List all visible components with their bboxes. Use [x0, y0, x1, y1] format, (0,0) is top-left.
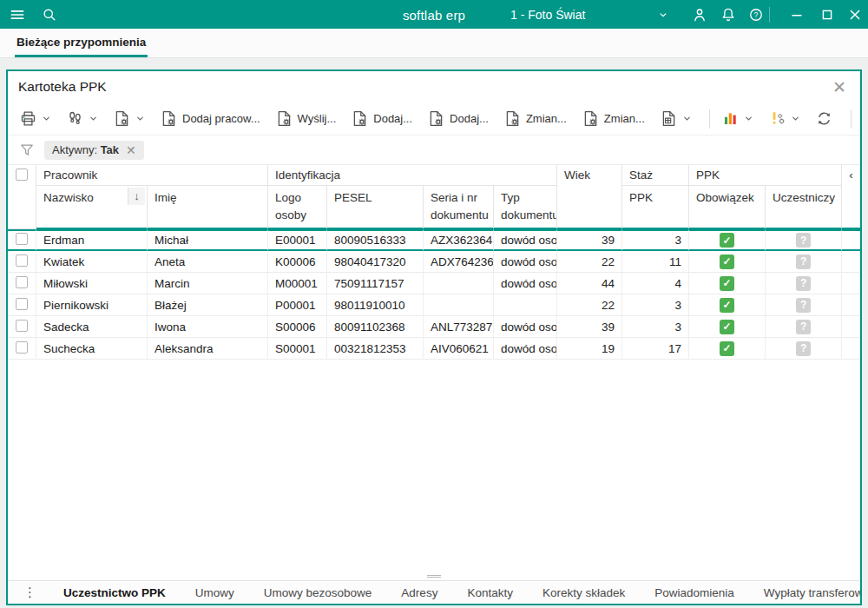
cell-pesel: 98011910010 — [327, 294, 424, 316]
uczestniczy-unknown-icon: ? — [796, 298, 811, 313]
chart-button[interactable] — [717, 106, 758, 131]
table-row[interactable]: Piernikowski Błażej P00001 98011910010 2… — [8, 294, 860, 316]
toolbar-separator — [709, 109, 710, 129]
cell-typ: dowód osobisty — [494, 316, 557, 338]
company-selector[interactable]: 1 - Foto Świat — [510, 8, 585, 22]
column-header-nazwisko[interactable]: Nazwisko↓ — [36, 186, 148, 229]
splitter-handle[interactable] — [8, 572, 860, 580]
column-header-staz-ppk[interactable]: PPK — [622, 186, 689, 229]
alerts-button[interactable] — [764, 106, 805, 131]
row-checkbox[interactable] — [16, 254, 28, 267]
uczestniczy-unknown-icon: ? — [796, 233, 811, 248]
obowiazek-check-icon: ✓ — [720, 298, 734, 313]
tab-wyplaty-transferowe-ppk[interactable]: Wypłaty transferowe PPK — [749, 586, 860, 599]
tab-korekty-skladek[interactable]: Korekty składek — [528, 586, 640, 599]
cell-pesel: 98040417320 — [327, 251, 424, 273]
bottom-tabbar: ⋮ Uczestnictwo PPK Umowy Umowy bezosobow… — [8, 580, 860, 604]
add-button-2[interactable]: Dodaj... — [423, 106, 493, 131]
cell-pesel: 80090516333 — [327, 229, 424, 251]
cell-typ: dowód osobisty — [494, 338, 557, 360]
refresh-button[interactable] — [811, 106, 838, 131]
titlebar: softlab erp 1 - Foto Świat ? — [0, 0, 868, 29]
tab-umowy[interactable]: Umowy — [181, 586, 249, 599]
cell-wiek: 39 — [557, 316, 622, 338]
filter-row: Aktywny: Tak ✕ — [8, 135, 860, 165]
change-button-1[interactable]: Zmian... — [499, 106, 571, 131]
row-checkbox[interactable] — [16, 341, 28, 354]
table-row[interactable]: Miłowski Marcin M00001 75091117157 dowód… — [8, 273, 860, 294]
add-button-1[interactable]: Dodaj... — [346, 106, 417, 131]
send-button[interactable]: Wyślij... — [271, 106, 341, 131]
column-header-seria[interactable]: Seria i nr dokumentu — [424, 186, 494, 229]
obowiazek-check-icon: ✓ — [720, 233, 734, 248]
tab-uczestnictwo-ppk[interactable]: Uczestnictwo PPK — [49, 586, 181, 599]
minimize-button[interactable] — [788, 6, 806, 23]
column-header-wiek[interactable]: Wiek — [557, 165, 622, 229]
column-header-uczestniczy[interactable]: Uczestniczy — [766, 186, 842, 229]
column-header-logo-osoby[interactable]: Logo osoby — [268, 186, 327, 229]
menu-icon[interactable] — [9, 6, 26, 23]
table-row[interactable]: Erdman Michał E00001 80090516333 AZX3623… — [8, 229, 860, 251]
tab-kontakty[interactable]: Kontakty — [452, 586, 528, 599]
table-row[interactable]: Kwiatek Aneta K00006 98040417320 ADX7642… — [8, 251, 860, 273]
tab-umowy-bezosobowe[interactable]: Umowy bezosobowe — [249, 586, 387, 599]
cell-staz: 17 — [622, 338, 689, 360]
filter-chip-aktywny[interactable]: Aktywny: Tak ✕ — [44, 141, 144, 160]
cell-nazwisko: Kwiatek — [36, 251, 148, 273]
table-row[interactable]: Suchecka Aleksandra S00001 00321812353 A… — [8, 338, 860, 360]
close-button[interactable] — [846, 6, 864, 23]
add-employee-button[interactable]: Dodaj pracow... — [155, 106, 265, 131]
cell-logo: K00006 — [268, 251, 327, 273]
cell-wiek: 22 — [557, 294, 622, 316]
notifications-icon[interactable] — [720, 6, 737, 23]
tab-adresy[interactable]: Adresy — [386, 586, 452, 599]
chevron-down-icon[interactable] — [657, 9, 669, 21]
operations-menu-button[interactable] — [108, 106, 149, 131]
change-2-label: Zmian... — [604, 112, 645, 125]
uczestniczy-unknown-icon: ? — [796, 341, 811, 356]
group-identyfikacja: Identyfikacja — [268, 165, 557, 186]
cell-wiek: 44 — [557, 273, 622, 294]
sort-desc-icon[interactable]: ↓ — [128, 188, 145, 205]
cell-seria: ANL773287 — [424, 316, 494, 338]
cell-seria: AZX362364 — [424, 229, 494, 251]
search-filter-button[interactable] — [858, 106, 862, 131]
cell-staz: 3 — [622, 229, 689, 251]
obowiazek-check-icon: ✓ — [720, 254, 734, 269]
filter-icon[interactable] — [18, 142, 36, 159]
search-icon[interactable] — [41, 6, 58, 23]
column-header-obowiazek[interactable]: Obowiązek — [689, 186, 766, 229]
row-checkbox[interactable] — [16, 233, 28, 245]
kebab-menu-icon[interactable]: ⋮ — [8, 585, 49, 600]
chip-value: Tak — [101, 143, 119, 156]
select-all-checkbox[interactable] — [16, 169, 28, 181]
maximize-button[interactable] — [819, 6, 836, 23]
change-button-2[interactable]: Zmian... — [577, 106, 649, 131]
chip-remove-icon[interactable]: ✕ — [126, 143, 136, 157]
history-trace-button[interactable] — [62, 106, 102, 131]
print-button[interactable] — [15, 106, 56, 131]
row-checkbox[interactable] — [16, 320, 28, 332]
tab-biezace-przypomnienia[interactable]: Bieżące przypomnienia — [15, 29, 148, 57]
tab-powiadomienia[interactable]: Powiadomienia — [640, 586, 749, 599]
calculation-button[interactable] — [655, 106, 696, 131]
column-header-imie[interactable]: Imię — [148, 186, 268, 229]
row-checkbox[interactable] — [16, 298, 28, 310]
cell-staz: 3 — [622, 294, 689, 316]
panel-close-icon[interactable]: ✕ — [829, 77, 850, 97]
cell-wiek: 22 — [557, 251, 622, 273]
cell-pesel: 00321812353 — [327, 338, 424, 360]
table-row[interactable]: Sadecka Iwona S00006 80091102368 ANL7732… — [8, 316, 860, 338]
column-header-pesel[interactable]: PESEL — [327, 186, 424, 229]
change-1-label: Zmian... — [526, 112, 567, 125]
cell-wiek: 19 — [557, 338, 622, 360]
column-header-typ-dokumentu[interactable]: Typ dokumentu — [494, 186, 557, 229]
help-icon[interactable]: ? — [747, 6, 765, 23]
user-icon[interactable] — [691, 6, 708, 23]
collapse-columns-icon[interactable]: ‹ — [842, 165, 860, 229]
cell-logo: P00001 — [268, 294, 327, 316]
chip-label: Aktywny: — [52, 143, 97, 156]
row-checkbox[interactable] — [16, 276, 28, 288]
panel-header: Kartoteka PPK ✕ — [8, 71, 860, 102]
cell-nazwisko: Sadecka — [36, 316, 148, 338]
